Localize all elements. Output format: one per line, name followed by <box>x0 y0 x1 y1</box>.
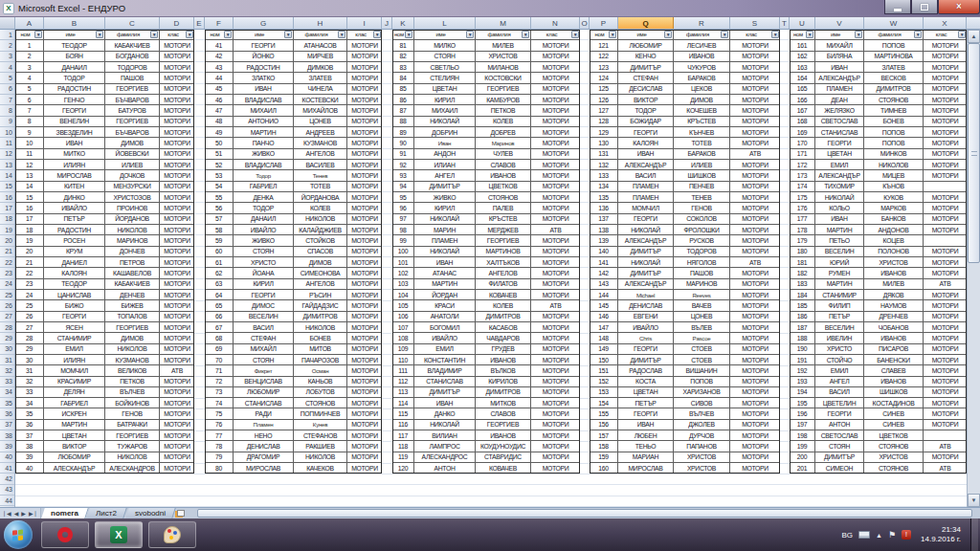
cell[interactable]: ИВАН <box>815 62 864 73</box>
cell[interactable]: 157 <box>590 430 618 441</box>
cell[interactable]: 127 <box>590 105 618 116</box>
cell[interactable]: 140 <box>590 247 618 257</box>
cell[interactable]: ПЕТКОВ <box>105 377 160 387</box>
cell[interactable]: БЪЧВАРОВ <box>105 95 160 105</box>
cell[interactable]: 8 <box>15 117 44 127</box>
cell[interactable]: МОТОРИ <box>730 84 780 95</box>
cell[interactable]: ПЕТКОВ <box>476 105 531 116</box>
cell[interactable]: ДИНКО <box>44 192 105 203</box>
cell[interactable]: 158 <box>590 441 618 452</box>
cell[interactable]: ЕМИЛ <box>44 344 105 355</box>
cell[interactable]: 35 <box>15 408 44 419</box>
cell[interactable]: КЪНОВ <box>864 182 924 192</box>
cell[interactable]: МОТОРИ <box>347 95 382 105</box>
cell[interactable]: МИХАЙЛ <box>234 344 294 355</box>
cell[interactable]: АТВ <box>160 365 194 376</box>
cell[interactable]: МОТОРИ <box>160 160 194 170</box>
clock[interactable]: 21:34 14.9.2016 г. <box>917 525 965 544</box>
cell[interactable]: МОТОРИ <box>347 149 382 160</box>
cell[interactable]: 125 <box>590 84 618 95</box>
cell[interactable]: ХРИСТОЗОВ <box>105 192 160 203</box>
cell[interactable]: 102 <box>392 268 414 278</box>
cell[interactable]: ЧУЛЕВ <box>476 149 531 160</box>
cell[interactable]: АНТОНИО <box>234 117 294 127</box>
cell[interactable]: 197 <box>790 420 815 430</box>
cell[interactable]: ЙОАНА <box>234 268 294 278</box>
cell[interactable]: МОТОРИ <box>347 73 382 83</box>
cell[interactable]: ЦАНИСЛАВ <box>44 290 105 300</box>
cell[interactable]: ГЕОРГИЕВ <box>476 84 531 95</box>
next-sheet-button[interactable]: ▶ <box>21 510 26 517</box>
cell[interactable]: 75 <box>205 408 234 419</box>
cell[interactable]: ИСКРЕН <box>44 408 105 419</box>
cell[interactable]: МОТОРИ <box>160 182 194 192</box>
cell[interactable]: 4 <box>15 73 44 83</box>
cell[interactable]: БОЯН <box>44 52 105 62</box>
autofilter-dropdown[interactable]: ▼ <box>150 31 158 38</box>
cell[interactable]: КАЧЕКОВ <box>294 463 347 474</box>
cell[interactable]: БОНЕВ <box>294 333 347 343</box>
cell[interactable]: МАРТИН <box>414 279 476 290</box>
cell[interactable]: 170 <box>790 138 815 148</box>
cell[interactable]: ВИШАНИН <box>674 365 730 376</box>
cell[interactable]: 106 <box>392 312 414 322</box>
cell[interactable]: МОТОРИ <box>730 377 780 387</box>
cell[interactable]: МОТОРИ <box>531 377 580 387</box>
cell[interactable]: 109 <box>392 344 414 355</box>
cell[interactable]: 168 <box>790 117 815 127</box>
cell[interactable]: КРУМ <box>44 247 105 257</box>
cell[interactable]: 86 <box>392 95 414 105</box>
row-header-10[interactable]: 10 <box>0 127 14 138</box>
cell[interactable]: ТИМНЕВ <box>864 105 924 116</box>
cell[interactable]: МОТОРИ <box>160 95 194 105</box>
scroll-up-button[interactable]: ▲ <box>968 30 980 43</box>
cell[interactable]: ИВАН <box>414 257 476 268</box>
cell[interactable]: 98 <box>392 225 414 235</box>
row-header-15[interactable]: 15 <box>0 182 14 192</box>
cell[interactable]: МАРИНОВ <box>105 235 160 246</box>
cell[interactable]: 171 <box>790 149 815 160</box>
cell[interactable]: АНДОНОВ <box>864 225 924 235</box>
cell[interactable]: БЪЧВАРОВ <box>105 127 160 138</box>
cell[interactable]: 76 <box>205 420 234 430</box>
cell[interactable]: 3 <box>15 62 44 73</box>
cell[interactable]: СТОЯНОВ <box>476 192 531 203</box>
cell[interactable]: ЛЮБОМИР <box>234 387 294 398</box>
row-header-22[interactable]: 22 <box>0 257 14 268</box>
cell[interactable]: 105 <box>392 300 414 311</box>
cell[interactable]: КРАСИ <box>414 300 476 311</box>
cell[interactable]: ИВАНОВ <box>864 268 924 278</box>
cell[interactable]: Pascoe <box>674 333 730 343</box>
cell[interactable]: 9 <box>15 127 44 138</box>
cell[interactable]: ДАНАИЛ <box>234 214 294 225</box>
column-header-F[interactable]: F <box>205 17 234 29</box>
row-header-17[interactable]: 17 <box>0 203 14 213</box>
cell[interactable]: 37 <box>15 430 44 441</box>
cell[interactable]: МОТОРИ <box>531 247 580 257</box>
cell[interactable]: МИРОСЛАВ <box>44 170 105 181</box>
cell[interactable]: МОТОРИ <box>531 138 580 148</box>
cell[interactable]: 59 <box>205 235 234 246</box>
cell[interactable]: 161 <box>790 40 815 51</box>
cell[interactable]: МОТОРИ <box>924 247 967 257</box>
cell[interactable]: ГЕНОВ <box>674 203 730 213</box>
cell[interactable]: МОТОРИ <box>531 452 580 463</box>
cell[interactable]: АЛЕКСАНДЪР <box>618 160 674 170</box>
cell[interactable]: МОТОРИ <box>924 268 967 278</box>
cell[interactable]: НИКОЛАЙ <box>414 117 476 127</box>
cell[interactable]: ИВАЙЛО <box>618 322 674 333</box>
cell[interactable]: КОСТОВСКИ <box>476 73 531 83</box>
cell[interactable]: БИЖЕВ <box>105 300 160 311</box>
cell[interactable]: ДИМКОВ <box>294 62 347 73</box>
first-sheet-button[interactable]: ❘◀ <box>2 510 11 517</box>
cell[interactable]: ФРОЛОШКИ <box>674 225 730 235</box>
cell[interactable]: МИТОВ <box>294 344 347 355</box>
sheet-tab-Лист2[interactable]: Лист2 <box>87 508 127 518</box>
cell[interactable]: СТОЯНОВ <box>864 95 924 105</box>
cell[interactable]: МОТОРИ <box>531 441 580 452</box>
row-header-33[interactable]: 33 <box>0 377 14 387</box>
cell[interactable]: МОТОРИ <box>730 344 780 355</box>
cell[interactable]: РУСКОВ <box>674 235 730 246</box>
cell[interactable]: НИКОЛОВ <box>294 452 347 463</box>
cell[interactable]: МОТОРИ <box>347 62 382 73</box>
